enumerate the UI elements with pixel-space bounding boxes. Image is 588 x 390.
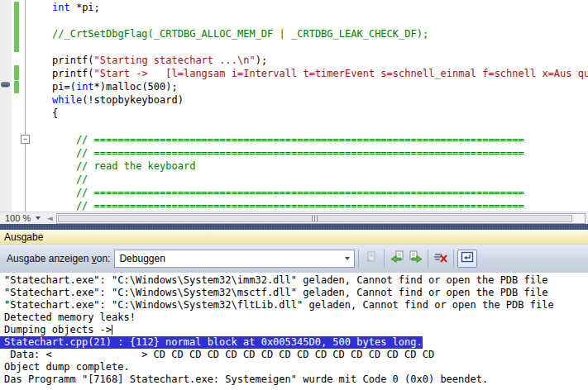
code-line[interactable]	[52, 14, 588, 27]
show-output-from-label: Ausgabe anzeigen von:	[7, 253, 110, 264]
output-line[interactable]: Dumping objects ->	[0, 324, 588, 336]
outline-margin-line	[25, 0, 26, 212]
text-caret	[112, 325, 112, 335]
bookmark-icon	[1, 82, 10, 87]
code-line[interactable]: // =====================================…	[52, 199, 588, 212]
code-line[interactable]: pi=(int*)malloc(500);	[52, 80, 588, 93]
code-line[interactable]	[52, 40, 588, 54]
toolbar-separator	[358, 250, 359, 268]
output-panel-title[interactable]: Ausgabe	[0, 230, 588, 245]
output-line[interactable]: Das Programm "[7168] Statechart.exe: Sys…	[0, 373, 588, 386]
visual-studio-window: − int *pi;//_CrtSetDbgFlag(_CRTDBG_ALLOC…	[0, 0, 588, 390]
code-line[interactable]: printf("Start -> [l=langsam i=Intervall …	[52, 67, 588, 80]
code-line[interactable]: // read the keyboard	[52, 159, 588, 173]
previous-message-icon	[390, 250, 404, 267]
output-line[interactable]: Detected memory leaks!	[0, 312, 588, 324]
output-log[interactable]: "Statechart.exe": "C:\Windows\System32\i…	[0, 273, 588, 390]
chevron-down-icon	[36, 216, 41, 220]
scroll-left-arrow[interactable]: ◄	[45, 212, 55, 225]
toolbar-separator	[428, 250, 428, 268]
panel-splitter[interactable]	[0, 224, 588, 230]
output-line[interactable]: Object dump complete.	[0, 361, 588, 373]
code-line[interactable]: //	[52, 173, 588, 186]
find-message-icon	[365, 250, 378, 267]
change-tracking-bar	[14, 81, 19, 93]
zoom-level-value: 100 %	[5, 212, 31, 225]
output-line[interactable]: "Statechart.exe": "C:\Windows\System32\f…	[0, 299, 588, 312]
code-line[interactable]: printf("Starting statechart ...\n");	[52, 54, 588, 67]
output-line-highlighted[interactable]: Statechart.cpp(21) : {112} normal block …	[0, 336, 423, 349]
horizontal-scrollbar[interactable]	[56, 213, 586, 224]
breakpoint-margin[interactable]	[0, 0, 12, 212]
code-line[interactable]: // =====================================…	[52, 146, 588, 159]
code-line[interactable]: // =====================================…	[52, 186, 588, 199]
code-text: int *pi;//_CrtSetDbgFlag(_CRTDBG_ALLOC_M…	[52, 1, 588, 212]
previous-message-button[interactable]	[388, 250, 406, 268]
next-message-icon	[409, 250, 423, 267]
code-line[interactable]: {	[52, 107, 588, 120]
code-line[interactable]: while(!stopbykeyboard)	[52, 93, 588, 107]
code-line[interactable]: int *pi;	[52, 1, 588, 14]
code-line[interactable]: //_CrtSetDbgFlag(_CRTDBG_ALLOC_MEM_DF | …	[52, 27, 588, 40]
clear-all-icon	[433, 250, 448, 267]
find-message-button	[362, 250, 380, 268]
output-source-dropdown[interactable]: Debuggen	[114, 250, 355, 268]
output-line[interactable]: "Statechart.exe": "C:\Windows\System32\i…	[0, 274, 588, 287]
code-editor[interactable]: − int *pi;//_CrtSetDbgFlag(_CRTDBG_ALLOC…	[0, 0, 588, 212]
output-panel-title-label: Ausgabe	[4, 231, 43, 243]
word-wrap-toggle-button[interactable]	[457, 250, 477, 268]
editor-bottom-bar: 100 % ◄	[0, 212, 588, 224]
toolbar-separator	[384, 250, 385, 268]
chevron-down-icon	[341, 250, 354, 267]
collapse-region-button[interactable]: −	[21, 135, 30, 144]
toolbar-separator	[453, 250, 454, 268]
scrollbar-thumb[interactable]	[58, 215, 572, 222]
output-line[interactable]: "Statechart.exe": "C:\Windows\System32\m…	[0, 287, 588, 299]
output-toolbar: Ausgabe anzeigen von: Debuggen	[0, 245, 588, 273]
output-line[interactable]: Data: < > CD CD CD CD CD CD CD CD CD CD …	[0, 349, 588, 361]
change-tracking-bar	[14, 65, 19, 80]
code-line[interactable]: // =====================================…	[52, 133, 588, 146]
clear-all-button[interactable]	[432, 250, 450, 268]
output-source-value: Debuggen	[119, 253, 165, 264]
code-line[interactable]	[52, 120, 588, 133]
change-tracking-bar	[14, 2, 19, 52]
word-wrap-toggle-icon	[461, 251, 474, 266]
next-message-button[interactable]	[406, 250, 424, 268]
zoom-level-dropdown[interactable]: 100 %	[0, 212, 45, 225]
scrollbar-grip-icon	[312, 216, 318, 221]
